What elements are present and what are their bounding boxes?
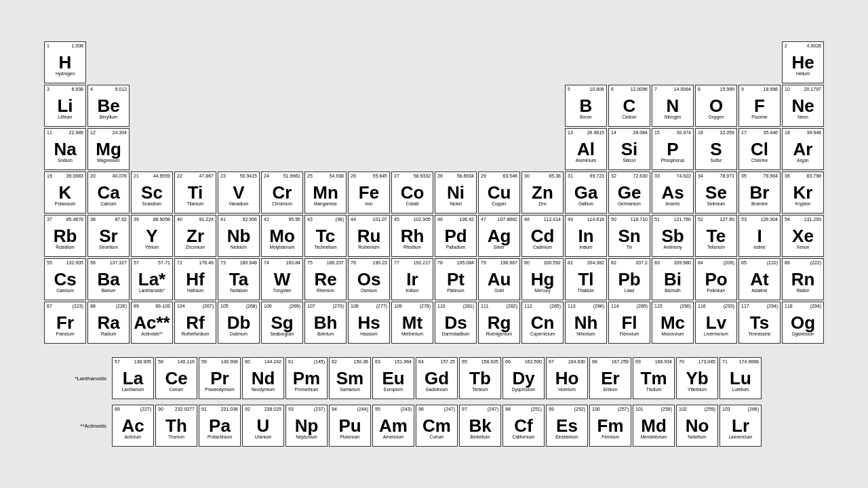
element-Al[interactable]: 1326.9815AlAluminium [565, 128, 607, 170]
element-Tc[interactable]: 43(98)TcTechnetium [304, 215, 347, 257]
element-V[interactable]: 2350.9415VVanadium [218, 171, 260, 214]
element-Zr[interactable]: 4091.224ZrZirconium [174, 215, 216, 257]
element-Ar[interactable]: 1839.948ArArgon [782, 128, 824, 170]
element-Ce[interactable]: 58140.116CeCerium [155, 357, 197, 399]
element-Hf[interactable]: 72178.49HfHafnium [174, 258, 216, 300]
element-Ga[interactable]: 3169.723GaGallium [565, 171, 607, 214]
element-Db[interactable]: 105(268)DbDubnium [218, 302, 260, 344]
element-Ru[interactable]: 44101.07RuRuthenium [348, 215, 390, 257]
element-Dy[interactable]: 66162.500DyDysprosium [502, 357, 545, 399]
element-Os[interactable]: 76190.23OsOsmium [348, 258, 390, 300]
element-Nh[interactable]: 113(286)NhNihonium [565, 302, 607, 344]
element-F[interactable]: 918.998FFluorine [738, 85, 781, 127]
element-Ts[interactable]: 117(294)TsTennessine [738, 302, 781, 344]
element-Bh[interactable]: 107(270)BhBohrium [304, 302, 347, 344]
element-Hg[interactable]: 80200.592HgMercury [521, 258, 564, 300]
element-He[interactable]: 24.0026HeHelium [782, 41, 824, 83]
element-Pb[interactable]: 82207.2PbLead [608, 258, 650, 300]
element-Eu[interactable]: 63151.964EuEuropium [372, 357, 414, 399]
element-Mo[interactable]: 4295.95MoMolybdenum [261, 215, 303, 257]
element-Ti[interactable]: 2247.867TiTitanium [174, 171, 216, 214]
element-Sn[interactable]: 50118.710SnTin [608, 215, 650, 257]
element-O[interactable]: 815.999OOxygen [695, 85, 737, 127]
element-Po[interactable]: 84(209)PoPolonium [695, 258, 737, 300]
element-Te[interactable]: 52127.60TeTellurium [695, 215, 737, 257]
element-Na[interactable]: 1122.989NaSodium [44, 128, 86, 170]
element-Gd[interactable]: 64157.25GdGadolinium [416, 357, 458, 399]
element-Yb[interactable]: 70173.045YbYtterbium [676, 357, 718, 399]
element-As[interactable]: 3374.922AsArsenic [652, 171, 694, 214]
element-Bi[interactable]: 83209.980BiBismuth [652, 258, 694, 300]
element-Pa[interactable]: 91231.036PaProtactinium [199, 405, 241, 447]
element-Ra[interactable]: 88(226)RaRadium [87, 302, 130, 344]
element-Li[interactable]: 36.938LiLithium [44, 85, 86, 127]
element-Tl[interactable]: 81204.382TlThallium [565, 258, 607, 300]
element-Pt[interactable]: 78195.084PtPlatinum [435, 258, 477, 300]
element-At[interactable]: 85(210)AtAstatine [738, 258, 781, 300]
element-Nb[interactable]: 4192.906NbNiobium [218, 215, 260, 257]
element-Bk[interactable]: 97(247)BkBerkelium [459, 405, 501, 447]
element-Lv[interactable]: 116(293)LvLivermorium [695, 302, 737, 344]
element-Ni[interactable]: 2858.6934NiNickel [435, 171, 477, 214]
element-Ac**[interactable]: 8989-103Ac**Actinoids** [131, 302, 173, 344]
element-In[interactable]: 49114.818InIndium [565, 215, 607, 257]
element-Cr[interactable]: 2451.9961CrChromium [261, 171, 303, 214]
element-Rf[interactable]: 104(267)RfRutherfordium [174, 302, 216, 344]
element-Sg[interactable]: 106(269)SgSeaborgium [261, 302, 303, 344]
element-Ta[interactable]: 73180.948TaTantalum [218, 258, 260, 300]
element-Lu[interactable]: 71174.9668LuLutetium [719, 357, 762, 399]
element-Ba[interactable]: 56137.327BaBarium [87, 258, 130, 300]
element-Mg[interactable]: 1224.304MgMagnesium [87, 128, 130, 170]
element-H[interactable]: 11.008HHydrogen [44, 41, 86, 83]
element-N[interactable]: 714.0064NNitrogen [652, 85, 694, 127]
element-Sc[interactable]: 2144.9559ScScandium [131, 171, 173, 214]
element-Ac[interactable]: 89(227)AcActinium [112, 405, 154, 447]
element-Fm[interactable]: 100(257)FmFermium [589, 405, 631, 447]
element-Cn[interactable]: 112(285)CnCopernicium [521, 302, 564, 344]
element-Si[interactable]: 1428.084SiSilicon [608, 128, 650, 170]
element-Ge[interactable]: 3272.630GeGermanium [608, 171, 650, 214]
element-Fe[interactable]: 2655.845FeIron [348, 171, 390, 214]
element-Cf[interactable]: 98(251)CfCalifornium [502, 405, 545, 447]
element-Rh[interactable]: 45102.905RhRhodium [391, 215, 433, 257]
element-Fl[interactable]: 114(289)FlFlerovium [608, 302, 650, 344]
element-Ir[interactable]: 77192.217IrIridium [391, 258, 433, 300]
element-P[interactable]: 1530.974PPhosphorus [652, 128, 694, 170]
element-Hs[interactable]: 108(277)HsHassium [348, 302, 390, 344]
element-La*[interactable]: 5757-71La*Lanthanoids* [131, 258, 173, 300]
element-Rg[interactable]: 111(282)RgRoentgenium [478, 302, 520, 344]
element-Ag[interactable]: 47107.8682AgSilver [478, 215, 520, 257]
element-I[interactable]: 53126.904IIodine [738, 215, 781, 257]
element-No[interactable]: 102(259)NoNobelium [676, 405, 718, 447]
element-S[interactable]: 1632.059SSulfur [695, 128, 737, 170]
element-Rn[interactable]: 86(222)RnRadon [782, 258, 824, 300]
element-Tm[interactable]: 69168.934TmThulium [633, 357, 675, 399]
element-Nd[interactable]: 60144.242NdNeodymium [242, 357, 284, 399]
element-Cd[interactable]: 48112.414CdCadmium [521, 215, 564, 257]
element-W[interactable]: 74183.84WTungsten [261, 258, 303, 300]
element-Pu[interactable]: 94(244)PuPlutonium [329, 405, 371, 447]
element-K[interactable]: 1939.0983KPotassium [44, 171, 86, 214]
element-Zn[interactable]: 3065.38ZnZinc [521, 171, 564, 214]
element-Es[interactable]: 99(252)EsEinsteinium [546, 405, 588, 447]
element-Se[interactable]: 3478.971SeSelenium [695, 171, 737, 214]
element-Pr[interactable]: 59140.908PrPraseodymium [199, 357, 241, 399]
element-U[interactable]: 92238.029UUranium [242, 405, 284, 447]
element-Au[interactable]: 79196.967AuGold [478, 258, 520, 300]
element-Sr[interactable]: 3887.62SrStrontium [87, 215, 130, 257]
element-Ca[interactable]: 2040.078CaCalcium [87, 171, 130, 214]
element-Md[interactable]: 101(258)MdMendelevium [633, 405, 675, 447]
element-Y[interactable]: 3988.9058YYttrium [131, 215, 173, 257]
element-B[interactable]: 510.806BBoron [565, 85, 607, 127]
element-Ne[interactable]: 1020.1797NeNeon [782, 85, 824, 127]
element-Fr[interactable]: 87(223)FrFrancium [44, 302, 86, 344]
element-Lr[interactable]: 103(266)LrLawrencium [719, 405, 762, 447]
element-Be[interactable]: 49.012BeBeryllium [87, 85, 130, 127]
element-Kr[interactable]: 3683.798KrKrypton [782, 171, 824, 214]
element-Og[interactable]: 118(294)OgOganesson [782, 302, 824, 344]
element-Rb[interactable]: 3785.4678RbRubidium [44, 215, 86, 257]
element-Ho[interactable]: 67164.930HoHolmium [546, 357, 588, 399]
element-C[interactable]: 612.0096CCarbon [608, 85, 650, 127]
element-Cm[interactable]: 96(247)CmCurium [416, 405, 458, 447]
element-Np[interactable]: 93(237)NpNeptunium [285, 405, 328, 447]
